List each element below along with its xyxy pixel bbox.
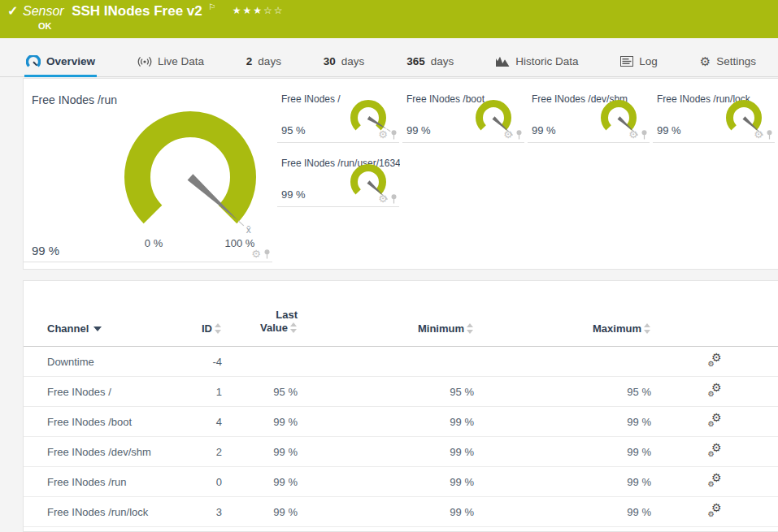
pin-icon[interactable] — [390, 130, 398, 140]
gauge-title: Free INodes /run — [32, 93, 117, 106]
cell-last-value: 99 % — [222, 527, 298, 532]
column-header-channel[interactable]: Channel — [24, 304, 199, 347]
channels-table-panel: Channel ID Last Value Minimum Maximum Do… — [23, 280, 778, 532]
cell-maximum: 95 % — [474, 377, 651, 407]
cell-last-value: 99 % — [222, 467, 298, 497]
tab-live-data[interactable]: Live Data — [136, 48, 206, 77]
table-row: Free INodes /run/user/16… 5 99 % 99 % 99… — [24, 527, 778, 532]
channel-settings-gears-icon[interactable]: ⚙⚙ — [708, 444, 722, 456]
gear-icon[interactable]: ⚙ — [754, 129, 763, 140]
top-status-bar: ✓ Sensor SSH INodes Free v2 ⚐ ★★★☆☆ OK — [0, 0, 778, 38]
column-header-id[interactable]: ID — [199, 304, 222, 347]
flag-icon[interactable]: ⚐ — [208, 2, 215, 11]
channel-settings-gears-icon[interactable]: ⚙⚙ — [708, 414, 722, 426]
channels-table-body: Downtime -4 ⚙⚙ Free INodes / 1 95 % 95 %… — [24, 347, 778, 532]
cell-channel: Free INodes /boot — [24, 407, 199, 437]
channel-settings-gears-icon[interactable]: ⚙⚙ — [708, 354, 722, 366]
channel-gauge-card[interactable]: Free INodes /dev/shm 99 % ⚙ — [528, 79, 650, 143]
pin-icon[interactable] — [263, 249, 271, 259]
gear-icon[interactable]: ⚙ — [628, 129, 638, 140]
tab-overview[interactable]: Overview — [24, 48, 97, 77]
column-header-last-value[interactable]: Last Value — [222, 304, 298, 347]
gear-icon[interactable]: ⚙ — [378, 129, 388, 140]
column-header-maximum[interactable]: Maximum — [474, 304, 651, 347]
sort-desc-icon — [93, 327, 102, 331]
channels-table: Channel ID Last Value Minimum Maximum Do… — [24, 304, 778, 532]
pin-icon[interactable] — [766, 130, 773, 140]
live-data-icon — [137, 56, 152, 67]
channel-gauge-card[interactable]: Free INodes /run/lock 99 % ⚙ — [653, 79, 775, 143]
cell-last-value: 99 % — [222, 407, 298, 437]
cell-channel: Free INodes / — [24, 377, 199, 407]
cell-id: 4 — [199, 407, 222, 437]
tab-bar: Overview Live Data 2 days 30 days 365 da… — [24, 48, 758, 77]
cell-channel: Free INodes /run/lock — [24, 497, 199, 527]
status-ok-label: OK — [38, 21, 52, 31]
sort-icon — [467, 323, 474, 334]
gauge-value: 99 % — [281, 188, 306, 201]
cell-channel: Free INodes /run — [24, 467, 199, 497]
gear-icon[interactable]: ⚙ — [251, 249, 261, 259]
table-row: Downtime -4 ⚙⚙ — [24, 347, 778, 377]
cell-channel: Free INodes /dev/shm — [24, 437, 199, 467]
cell-minimum: 99 % — [298, 407, 474, 437]
cell-id: 1 — [199, 377, 222, 407]
table-row: Free INodes /run/lock 3 99 % 99 % 99 % ⚙… — [24, 497, 778, 527]
pin-icon[interactable] — [641, 130, 648, 140]
cell-last-value: 99 % — [222, 437, 298, 467]
gauge-scale-min-label: 0 % — [129, 237, 178, 249]
cell-id: 3 — [199, 497, 222, 527]
sort-icon — [290, 322, 298, 333]
log-icon — [620, 56, 633, 67]
gauge-value: 99 % — [32, 244, 59, 257]
status-check-icon: ✓ — [7, 3, 18, 19]
gauge-value: 95 % — [281, 124, 306, 136]
tab-historic-data[interactable]: Historic Data — [494, 48, 580, 77]
small-gauge-grid: Free INodes / 95 % ⚙ Free INodes /boot 9… — [277, 79, 778, 207]
table-row: Free INodes / 1 95 % 95 % 95 % ⚙⚙ — [24, 377, 778, 407]
channel-settings-gears-icon[interactable]: ⚙⚙ — [708, 474, 722, 487]
column-header-actions — [651, 304, 778, 347]
sensor-kind-label: Sensor — [23, 4, 64, 18]
primary-gauge-card[interactable]: Free INodes /run x̄ 0 % 100 % 99 % ⚙ — [24, 79, 272, 262]
cell-last-value — [222, 347, 298, 377]
settings-gear-icon: ⚙ — [700, 55, 711, 67]
cell-maximum: 99 % — [474, 497, 651, 527]
tab-2-days[interactable]: 2 days — [245, 48, 283, 77]
column-header-minimum[interactable]: Minimum — [298, 304, 474, 347]
cell-channel: Downtime — [24, 347, 199, 377]
table-row: Free INodes /run 0 99 % 99 % 99 % ⚙⚙ — [24, 467, 778, 497]
tab-365-days[interactable]: 365 days — [405, 48, 455, 77]
sort-icon — [644, 323, 651, 334]
cell-minimum: 99 % — [298, 467, 474, 497]
cell-id: 0 — [199, 467, 222, 497]
channel-settings-gears-icon[interactable]: ⚙⚙ — [708, 384, 722, 396]
cell-id: 2 — [199, 437, 222, 467]
channel-gauge-card[interactable]: Free INodes / 95 % ⚙ — [277, 79, 399, 143]
cell-minimum: 99 % — [298, 527, 474, 532]
sort-icon — [215, 323, 222, 334]
table-row: Free INodes /boot 4 99 % 99 % 99 % ⚙⚙ — [24, 407, 778, 437]
cell-minimum: 99 % — [298, 437, 474, 467]
pin-icon[interactable] — [390, 194, 398, 204]
channel-gauge-card[interactable]: Free INodes /boot 99 % ⚙ — [402, 79, 524, 143]
pin-icon[interactable] — [515, 130, 523, 140]
stars-filled-icon: ★★★ — [233, 5, 263, 16]
star-rating[interactable]: ★★★☆☆ — [233, 5, 285, 16]
channel-settings-gears-icon[interactable]: ⚙⚙ — [708, 504, 722, 517]
gauge-icon — [26, 55, 41, 68]
gauge-value: 99 % — [657, 124, 681, 136]
cell-last-value: 95 % — [222, 377, 298, 407]
gauge-dial: x̄ — [117, 106, 263, 249]
gauge-panel: Free INodes /run x̄ 0 % 100 % 99 % ⚙ Fre… — [23, 78, 778, 270]
cell-maximum: 99 % — [474, 437, 651, 467]
gear-icon[interactable]: ⚙ — [378, 193, 388, 204]
channel-gauge-card[interactable]: Free INodes /run/user/16342… 99 % ⚙ — [277, 143, 399, 207]
cell-minimum: 99 % — [298, 497, 474, 527]
tab-log[interactable]: Log — [619, 48, 659, 77]
svg-text:x̄: x̄ — [246, 224, 251, 236]
tab-30-days[interactable]: 30 days — [322, 48, 367, 77]
gear-icon[interactable]: ⚙ — [503, 129, 513, 140]
tab-settings[interactable]: ⚙ Settings — [698, 48, 758, 77]
cell-channel: Free INodes /run/user/16… — [24, 527, 199, 532]
